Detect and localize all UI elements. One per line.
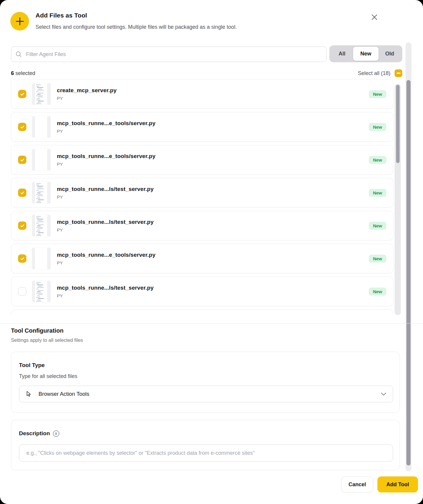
file-row: mcp_tools_runne...ls/test_server.pyPYNew xyxy=(11,211,393,240)
selected-count-number: 6 xyxy=(11,70,14,76)
description-label: Description xyxy=(19,430,50,437)
select-all-label[interactable]: Select all (18) xyxy=(332,70,390,76)
file-name: mcp_tools_runne...ls/test_server.py xyxy=(57,186,369,192)
plus-icon xyxy=(10,12,29,31)
file-name: mcp_tools_runne...ls/test_server.py xyxy=(57,219,369,225)
description-card: Description i xyxy=(11,420,400,470)
file-checkbox-checked[interactable] xyxy=(18,254,26,263)
new-badge: New xyxy=(369,189,386,197)
tool-type-value: Browser Action Tools xyxy=(39,391,381,397)
file-thumbnail xyxy=(32,182,51,204)
file-name: mcp_tools_runne...e_tools/server.py xyxy=(57,120,369,127)
file-type-label: PY xyxy=(57,129,369,134)
file-row-partial xyxy=(11,310,393,315)
file-name: create_mcp_server.py xyxy=(57,87,369,94)
file-type-label: PY xyxy=(57,227,369,232)
file-checkbox-checked[interactable] xyxy=(18,123,26,131)
chevron-down-icon xyxy=(381,393,386,396)
file-type-label: PY xyxy=(57,194,369,200)
page-title: Add Files as Tool xyxy=(36,12,87,19)
file-type-label: PY xyxy=(57,96,369,101)
list-scrollbar-thumb[interactable] xyxy=(396,85,400,163)
file-row: mcp_tools_runne...e_tools/server.pyPYNew xyxy=(11,112,393,142)
tool-configuration-heading: Tool Configuration xyxy=(11,327,63,334)
section-divider xyxy=(0,323,423,323)
new-badge: New xyxy=(369,123,386,131)
file-name: mcp_tools_runne...ls/test_server.py xyxy=(57,285,369,291)
tool-type-card: Tool Type Type for all selected files Br… xyxy=(11,352,400,413)
file-row: create_mcp_server.pyPYNew xyxy=(11,79,393,109)
file-name: mcp_tools_runne...e_tools/server.py xyxy=(57,252,369,258)
file-thumbnail xyxy=(32,280,51,302)
tab-all[interactable]: All xyxy=(331,47,353,61)
new-badge: New xyxy=(369,288,386,296)
tab-new[interactable]: New xyxy=(353,47,379,61)
file-row: mcp_tools_runne...e_tools/server.pyPYNew xyxy=(11,244,393,273)
tool-type-sublabel: Type for all selected files xyxy=(19,373,77,379)
file-type-label: PY xyxy=(57,293,369,298)
file-row: mcp_tools_runne...ls/test_server.pyPYNew xyxy=(11,178,393,208)
description-input[interactable] xyxy=(19,444,393,462)
file-thumbnail xyxy=(32,149,51,171)
file-thumbnail xyxy=(32,116,51,138)
selected-count-label: selected xyxy=(15,70,35,76)
search-input[interactable] xyxy=(25,51,322,58)
new-badge: New xyxy=(369,156,386,164)
mouse-cursor-icon xyxy=(26,391,31,397)
new-badge: New xyxy=(369,90,386,98)
file-type-label: PY xyxy=(57,260,369,265)
tool-type-label: Tool Type xyxy=(19,362,45,369)
file-checkbox-unchecked[interactable] xyxy=(18,287,26,296)
tool-configuration-subheading: Settings apply to all selected files xyxy=(11,337,83,343)
file-checkbox-checked[interactable] xyxy=(18,189,26,197)
tab-old[interactable]: Old xyxy=(379,47,401,61)
file-checkbox-checked[interactable] xyxy=(18,156,26,164)
screenshot-canvas: Add Files as Tool Select files and confi… xyxy=(0,0,423,504)
add-tool-button[interactable]: Add Tool xyxy=(377,476,418,492)
select-all-checkbox[interactable] xyxy=(395,69,402,77)
file-checkbox-checked[interactable] xyxy=(18,221,26,230)
file-row: mcp_tools_runne...ls/test_server.pyPYNew xyxy=(11,277,393,306)
file-row: mcp_tools_runne...e_tools/server.pyPYNew xyxy=(11,145,393,175)
add-files-as-tool-modal: Add Files as Tool Select files and confi… xyxy=(0,0,423,504)
file-type-label: PY xyxy=(57,162,369,167)
search-icon xyxy=(15,51,22,58)
tool-type-select[interactable]: Browser Action Tools xyxy=(19,386,393,402)
file-name: mcp_tools_runne...e_tools/server.py xyxy=(57,153,369,160)
file-thumbnail xyxy=(32,83,51,105)
new-badge: New xyxy=(369,255,386,263)
file-thumbnail xyxy=(32,215,51,237)
filter-tabs: All New Old xyxy=(329,45,402,62)
file-checkbox-checked[interactable] xyxy=(18,90,26,98)
close-icon[interactable] xyxy=(370,12,379,22)
new-badge: New xyxy=(369,222,386,230)
modal-scrollbar-thumb[interactable] xyxy=(406,80,411,465)
cancel-button[interactable]: Cancel xyxy=(341,476,373,492)
page-subtitle: Select files and configure tool settings… xyxy=(36,24,237,30)
file-thumbnail xyxy=(32,248,51,269)
filter-files-searchbar xyxy=(11,47,326,62)
info-icon: i xyxy=(53,430,59,437)
selected-count: 6 selected xyxy=(11,70,35,76)
file-list: create_mcp_server.pyPYNewmcp_tools_runne… xyxy=(11,78,393,315)
